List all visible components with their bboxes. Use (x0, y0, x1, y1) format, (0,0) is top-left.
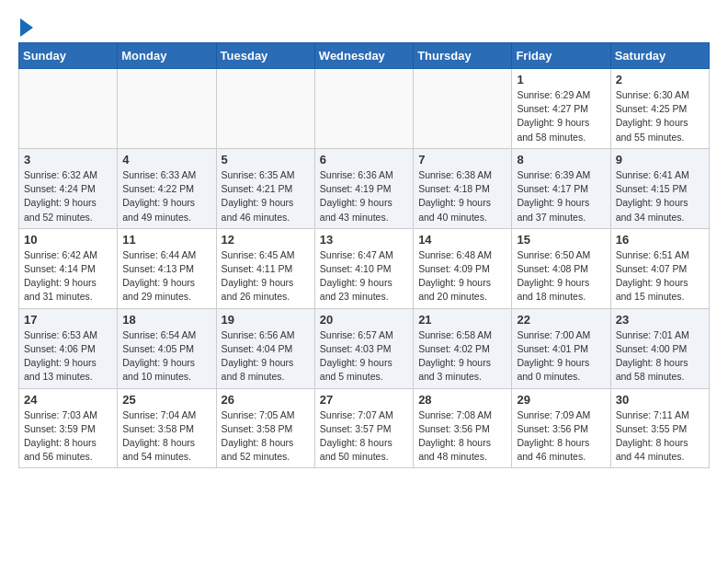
calendar-cell: 29Sunrise: 7:09 AMSunset: 3:56 PMDayligh… (512, 388, 610, 468)
day-number: 18 (122, 313, 210, 327)
day-info: Sunrise: 6:48 AMSunset: 4:09 PMDaylight:… (418, 248, 506, 304)
calendar-cell: 8Sunrise: 6:39 AMSunset: 4:17 PMDaylight… (512, 148, 610, 228)
day-number: 22 (517, 313, 605, 327)
day-info: Sunrise: 6:39 AMSunset: 4:17 PMDaylight:… (517, 168, 605, 224)
calendar-cell: 21Sunrise: 6:58 AMSunset: 4:02 PMDayligh… (414, 308, 512, 388)
calendar-cell: 12Sunrise: 6:45 AMSunset: 4:11 PMDayligh… (216, 228, 314, 308)
calendar-cell: 23Sunrise: 7:01 AMSunset: 4:00 PMDayligh… (610, 308, 709, 388)
calendar-cell: 3Sunrise: 6:32 AMSunset: 4:24 PMDaylight… (19, 148, 118, 228)
calendar-cell: 9Sunrise: 6:41 AMSunset: 4:15 PMDaylight… (610, 148, 709, 228)
calendar-cell: 5Sunrise: 6:35 AMSunset: 4:21 PMDaylight… (216, 148, 314, 228)
day-number: 4 (122, 153, 210, 167)
calendar-cell: 13Sunrise: 6:47 AMSunset: 4:10 PMDayligh… (314, 228, 413, 308)
day-number: 30 (616, 393, 704, 407)
day-number: 12 (222, 233, 310, 247)
calendar-cell: 16Sunrise: 6:51 AMSunset: 4:07 PMDayligh… (610, 228, 709, 308)
calendar-cell: 24Sunrise: 7:03 AMSunset: 3:59 PMDayligh… (19, 388, 118, 468)
day-number: 3 (24, 153, 112, 167)
calendar-cell: 17Sunrise: 6:53 AMSunset: 4:06 PMDayligh… (19, 308, 118, 388)
day-number: 19 (222, 313, 310, 327)
day-info: Sunrise: 7:00 AMSunset: 4:01 PMDaylight:… (517, 328, 605, 385)
calendar-cell: 15Sunrise: 6:50 AMSunset: 4:08 PMDayligh… (512, 228, 610, 308)
day-info: Sunrise: 6:36 AMSunset: 4:19 PMDaylight:… (320, 168, 408, 224)
calendar-cell (216, 69, 314, 149)
calendar-cell (19, 69, 118, 149)
weekday-header-row: SundayMondayTuesdayWednesdayThursdayFrid… (19, 43, 710, 69)
calendar-cell (118, 69, 216, 149)
day-number: 11 (122, 233, 210, 247)
day-info: Sunrise: 6:41 AMSunset: 4:15 PMDaylight:… (616, 168, 704, 224)
day-info: Sunrise: 7:09 AMSunset: 3:56 PMDaylight:… (517, 408, 605, 465)
day-info: Sunrise: 6:54 AMSunset: 4:05 PMDaylight:… (122, 328, 210, 385)
day-info: Sunrise: 7:07 AMSunset: 3:57 PMDaylight:… (320, 408, 408, 465)
day-number: 16 (616, 233, 704, 247)
day-info: Sunrise: 7:01 AMSunset: 4:00 PMDaylight:… (616, 328, 704, 385)
day-number: 9 (616, 153, 704, 167)
weekday-header-thursday: Thursday (414, 43, 512, 69)
calendar-cell: 30Sunrise: 7:11 AMSunset: 3:55 PMDayligh… (610, 388, 709, 468)
calendar-cell: 27Sunrise: 7:07 AMSunset: 3:57 PMDayligh… (314, 388, 413, 468)
calendar-week-row: 10Sunrise: 6:42 AMSunset: 4:14 PMDayligh… (19, 228, 710, 308)
day-info: Sunrise: 6:57 AMSunset: 4:03 PMDaylight:… (320, 328, 408, 385)
weekday-header-monday: Monday (118, 43, 216, 69)
calendar-cell: 28Sunrise: 7:08 AMSunset: 3:56 PMDayligh… (414, 388, 512, 468)
calendar-cell: 6Sunrise: 6:36 AMSunset: 4:19 PMDaylight… (314, 148, 413, 228)
day-number: 1 (517, 73, 605, 86)
calendar-cell: 20Sunrise: 6:57 AMSunset: 4:03 PMDayligh… (314, 308, 413, 388)
day-info: Sunrise: 7:05 AMSunset: 3:58 PMDaylight:… (222, 408, 310, 465)
calendar-week-row: 1Sunrise: 6:29 AMSunset: 4:27 PMDaylight… (19, 69, 710, 149)
calendar-cell: 19Sunrise: 6:56 AMSunset: 4:04 PMDayligh… (216, 308, 314, 388)
calendar-week-row: 3Sunrise: 6:32 AMSunset: 4:24 PMDaylight… (19, 148, 710, 228)
day-info: Sunrise: 6:50 AMSunset: 4:08 PMDaylight:… (517, 248, 605, 304)
day-info: Sunrise: 6:32 AMSunset: 4:24 PMDaylight:… (24, 168, 112, 224)
day-number: 8 (517, 153, 605, 167)
day-info: Sunrise: 7:03 AMSunset: 3:59 PMDaylight:… (24, 408, 112, 465)
calendar-cell: 2Sunrise: 6:30 AMSunset: 4:25 PMDaylight… (610, 69, 709, 149)
calendar-cell (314, 69, 413, 149)
day-number: 21 (418, 313, 506, 327)
calendar-cell: 14Sunrise: 6:48 AMSunset: 4:09 PMDayligh… (414, 228, 512, 308)
day-number: 20 (320, 313, 408, 327)
day-number: 2 (616, 73, 704, 86)
calendar-week-row: 17Sunrise: 6:53 AMSunset: 4:06 PMDayligh… (19, 308, 710, 388)
day-number: 6 (320, 153, 408, 167)
day-number: 29 (517, 393, 605, 407)
logo (18, 18, 33, 35)
day-number: 5 (222, 153, 310, 167)
logo-arrow-icon (20, 18, 33, 37)
day-number: 28 (418, 393, 506, 407)
calendar-cell: 18Sunrise: 6:54 AMSunset: 4:05 PMDayligh… (118, 308, 216, 388)
day-number: 26 (222, 393, 310, 407)
day-info: Sunrise: 6:45 AMSunset: 4:11 PMDaylight:… (222, 248, 310, 304)
day-info: Sunrise: 7:11 AMSunset: 3:55 PMDaylight:… (616, 408, 704, 465)
calendar-cell: 22Sunrise: 7:00 AMSunset: 4:01 PMDayligh… (512, 308, 610, 388)
weekday-header-friday: Friday (512, 43, 610, 69)
calendar-cell (414, 69, 512, 149)
day-info: Sunrise: 6:38 AMSunset: 4:18 PMDaylight:… (418, 168, 506, 224)
day-info: Sunrise: 6:42 AMSunset: 4:14 PMDaylight:… (24, 248, 112, 304)
day-info: Sunrise: 6:44 AMSunset: 4:13 PMDaylight:… (122, 248, 210, 304)
weekday-header-saturday: Saturday (610, 43, 709, 69)
day-number: 15 (517, 233, 605, 247)
day-info: Sunrise: 6:51 AMSunset: 4:07 PMDaylight:… (616, 248, 704, 304)
header (18, 15, 710, 35)
day-info: Sunrise: 6:30 AMSunset: 4:25 PMDaylight:… (616, 88, 704, 144)
weekday-header-tuesday: Tuesday (216, 43, 314, 69)
calendar-cell: 4Sunrise: 6:33 AMSunset: 4:22 PMDaylight… (118, 148, 216, 228)
day-number: 14 (418, 233, 506, 247)
day-number: 10 (24, 233, 112, 247)
day-number: 13 (320, 233, 408, 247)
day-number: 23 (616, 313, 704, 327)
calendar-cell: 10Sunrise: 6:42 AMSunset: 4:14 PMDayligh… (19, 228, 118, 308)
day-info: Sunrise: 6:58 AMSunset: 4:02 PMDaylight:… (418, 328, 506, 385)
calendar-cell: 11Sunrise: 6:44 AMSunset: 4:13 PMDayligh… (118, 228, 216, 308)
day-info: Sunrise: 6:35 AMSunset: 4:21 PMDaylight:… (222, 168, 310, 224)
day-info: Sunrise: 6:53 AMSunset: 4:06 PMDaylight:… (24, 328, 112, 385)
day-number: 27 (320, 393, 408, 407)
day-info: Sunrise: 6:29 AMSunset: 4:27 PMDaylight:… (517, 88, 605, 144)
calendar-cell: 25Sunrise: 7:04 AMSunset: 3:58 PMDayligh… (118, 388, 216, 468)
day-number: 7 (418, 153, 506, 167)
calendar-cell: 26Sunrise: 7:05 AMSunset: 3:58 PMDayligh… (216, 388, 314, 468)
weekday-header-sunday: Sunday (19, 43, 118, 69)
day-number: 24 (24, 393, 112, 407)
